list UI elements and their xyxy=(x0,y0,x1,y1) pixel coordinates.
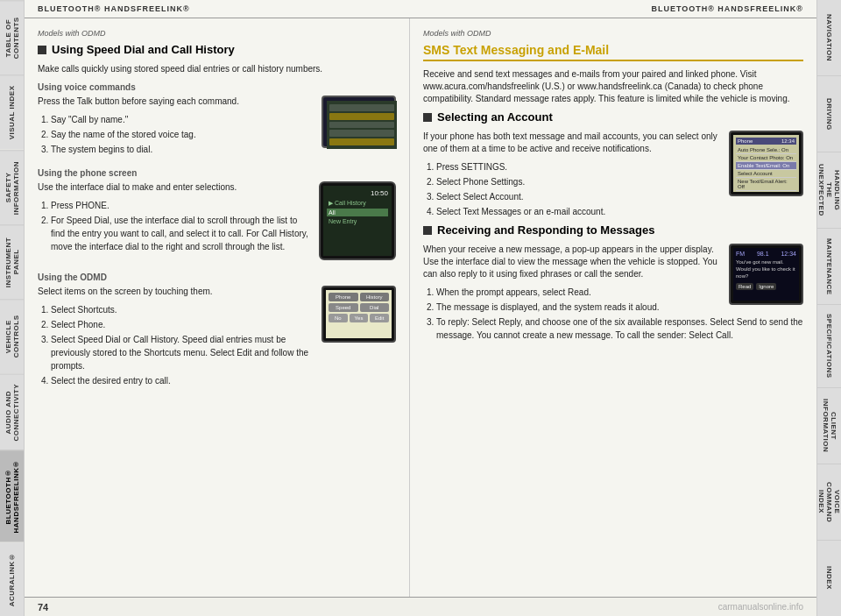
right-sidebar: NAVIGATION DRIVING HANDLING THE UNEXPECT… xyxy=(816,0,841,616)
main-content: BLUETOOTH® HANDSFREELINK® BLUETOOTH® HAN… xyxy=(25,0,816,616)
settings-row-1: Auto Phone Sele.: On xyxy=(736,146,796,154)
settings-row-3: Enable Text/Email: On xyxy=(736,162,796,170)
odmd-buttons-row-3: No Yes Edit xyxy=(329,314,389,322)
watermark: carmanualsonline.info xyxy=(718,602,803,612)
receiving-section: FM 98.1 12:34 You've got new mail.Would … xyxy=(423,244,803,347)
voice-screen-image xyxy=(322,96,396,148)
selecting-step-4: Select Text Messages or an e-mail accoun… xyxy=(436,205,803,218)
odmd-section: Phone History Speed Dial No Yes Edit xyxy=(38,286,396,393)
odmd-btn-yes: Yes xyxy=(350,314,369,322)
fm-freq: 98.1 xyxy=(757,251,769,257)
odmd-btn-phone: Phone xyxy=(329,293,358,301)
page-header: BLUETOOTH® HANDSFREELINK® BLUETOOTH® HAN… xyxy=(25,0,816,18)
odmd-buttons-row: Phone History xyxy=(329,293,389,301)
odmd-btn-speed: Speed xyxy=(329,303,358,312)
selecting-title-text: Selecting an Account xyxy=(437,110,553,124)
sidebar-item-vehicle-controls[interactable]: VEHICLE CONTROLS xyxy=(0,299,24,373)
receiving-title-text: Receiving and Responding to Messages xyxy=(437,223,655,237)
fm-message-text: You've got new mail.Would you like to ch… xyxy=(736,259,796,280)
fm-read-btn[interactable]: Read xyxy=(736,283,753,290)
selecting-account-section: Phone 12:34 Auto Phone Sele.: On Your Co… xyxy=(423,131,803,223)
section-title-icon xyxy=(38,46,46,54)
odmd-step-4: Select the desired entry to call. xyxy=(51,374,396,387)
page-footer: 74 carmanualsonline.info xyxy=(25,597,816,616)
settings-screen-image: Phone 12:34 Auto Phone Sele.: On Your Co… xyxy=(729,131,803,196)
left-models-label: Models with ODMD xyxy=(38,29,396,38)
right-section-heading: SMS Text Messaging and E-Mail xyxy=(423,43,803,61)
receiving-step-3: To reply: Select Reply, and choose one o… xyxy=(436,315,803,342)
fm-time: 12:34 xyxy=(781,251,796,257)
sidebar-item-table-of-contents[interactable]: TABLE OF CONTENTS xyxy=(0,0,24,74)
odmd-btn-no: No xyxy=(329,314,348,322)
sidebar-item-maintenance[interactable]: MAINTENANCE xyxy=(817,229,841,305)
fm-screen-header: FM 98.1 12:34 xyxy=(736,251,796,257)
sidebar-item-audio-connectivity[interactable]: AUDIO AND CONNECTIVITY xyxy=(0,374,24,450)
header-left-title: BLUETOOTH® HANDSFREELINK® xyxy=(38,4,190,13)
sidebar-item-index[interactable]: INDEX xyxy=(817,541,841,616)
phone-menu-all: All xyxy=(327,209,388,216)
content-area: Models with ODMD Using Speed Dial and Ca… xyxy=(25,18,816,597)
phone-inner-display: 10:50 ▶ Call History All New Entry xyxy=(323,186,392,256)
odmd-buttons-row-2: Speed Dial xyxy=(329,303,389,312)
settings-row-5: New Text/Email Alert: Off xyxy=(736,178,796,191)
sidebar-item-safety-information[interactable]: SAFETY INFORMATION xyxy=(0,150,24,224)
left-section-desc: Make calls quickly using stored speed di… xyxy=(38,63,396,75)
settings-inner-display: Phone 12:34 Auto Phone Sele.: On Your Co… xyxy=(733,135,799,192)
right-models-label: Models with ODMD xyxy=(423,29,803,38)
right-section-intro: Receive and send text messages and e-mai… xyxy=(423,68,803,105)
phone-screen-section: 10:50 ▶ Call History All New Entry Use t… xyxy=(38,181,396,266)
receiving-icon xyxy=(423,226,432,235)
odmd-btn-edit: Edit xyxy=(370,314,389,322)
receiving-title: Receiving and Responding to Messages xyxy=(423,223,803,237)
phone-screen-heading: Using the phone screen xyxy=(38,168,396,178)
right-content-column: Models with ODMD SMS Text Messaging and … xyxy=(410,18,816,597)
phone-screen-image: 10:50 ▶ Call History All New Entry xyxy=(319,181,396,260)
left-sidebar: TABLE OF CONTENTS VISUAL INDEX SAFETY IN… xyxy=(0,0,25,616)
left-section-title: Using Speed Dial and Call History xyxy=(38,43,396,56)
voice-commands-heading: Using voice commands xyxy=(38,82,396,92)
fm-label: FM xyxy=(736,251,745,257)
screen-row-4 xyxy=(329,130,394,137)
screen-row-1 xyxy=(329,104,394,111)
settings-row-2: Your Contact Photo: On xyxy=(736,154,796,162)
screen-row-5 xyxy=(329,138,394,145)
left-content-column: Models with ODMD Using Speed Dial and Ca… xyxy=(25,18,410,597)
odmd-btn-dial: Dial xyxy=(360,303,390,312)
sidebar-item-handling-unexpected[interactable]: HANDLING THE UNEXPECTED xyxy=(817,152,841,229)
fm-ignore-btn[interactable]: Ignore xyxy=(756,283,776,290)
sidebar-item-bluetooth[interactable]: BLUETOOTH® HANDSFREELINK® xyxy=(0,450,24,542)
screen-row-2 xyxy=(329,113,394,120)
page-number: 74 xyxy=(38,602,48,612)
settings-row-4: Select Account xyxy=(736,170,796,178)
sidebar-item-specifications[interactable]: SPECIFICATIONS xyxy=(817,305,841,388)
odmd-heading: Using the ODMD xyxy=(38,273,396,282)
fm-inner-display: FM 98.1 12:34 You've got new mail.Would … xyxy=(733,248,799,301)
sidebar-item-client-information[interactable]: CLIENT INFORMATION xyxy=(817,388,841,464)
odmd-screen-image: Phone History Speed Dial No Yes Edit xyxy=(322,286,396,343)
selecting-icon xyxy=(423,113,432,122)
phone-time: 10:50 xyxy=(327,189,388,197)
sidebar-item-navigation[interactable]: NAVIGATION xyxy=(817,0,841,76)
odmd-inner-display: Phone History Speed Dial No Yes Edit xyxy=(326,290,392,338)
fm-action-buttons: Read Ignore xyxy=(736,283,796,290)
settings-screen-header: Phone 12:34 xyxy=(736,138,796,145)
fm-screen-image: FM 98.1 12:34 You've got new mail.Would … xyxy=(729,244,803,305)
odmd-btn-history: History xyxy=(360,293,390,301)
phone-menu-new-entry: New Entry xyxy=(327,217,388,225)
selecting-account-title: Selecting an Account xyxy=(423,110,803,124)
settings-header-phone: Phone xyxy=(738,138,753,144)
header-right-title: BLUETOOTH® HANDSFREELINK® xyxy=(651,4,803,13)
sidebar-item-driving[interactable]: DRIVING xyxy=(817,76,841,152)
phone-menu-call-history: ▶ Call History xyxy=(327,199,388,208)
screen-row-3 xyxy=(329,122,394,129)
sidebar-item-instrument-panel[interactable]: INSTRUMENT PANEL xyxy=(0,224,24,299)
voice-commands-section: Press the Talk button before saying each… xyxy=(38,96,396,161)
sidebar-item-acuralink[interactable]: ACURALINK® xyxy=(0,542,24,616)
sidebar-item-visual-index[interactable]: VISUAL INDEX xyxy=(0,74,24,149)
left-section-title-text: Using Speed Dial and Call History xyxy=(52,43,235,56)
settings-header-time: 12:34 xyxy=(781,138,795,144)
sidebar-item-voice-command-index[interactable]: VOICE COMMAND INDEX xyxy=(817,464,841,541)
